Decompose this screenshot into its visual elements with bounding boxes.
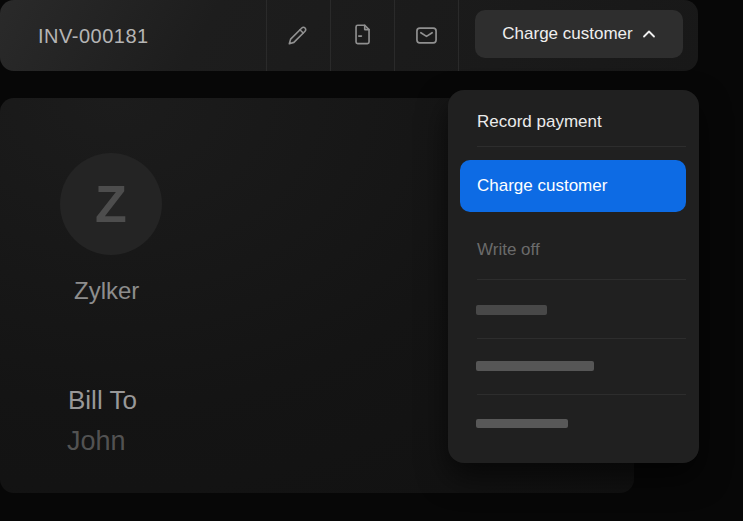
mail-icon [413,22,440,49]
menu-divider [477,146,686,147]
menu-item-charge-customer[interactable]: Charge customer [460,160,686,212]
toolbar-divider [394,0,395,71]
invoice-page: INV-000181 Charge customer [0,0,743,521]
charge-dropdown-menu: Record payment Charge customer Write off [448,90,699,463]
charge-button-label: Charge customer [502,24,632,44]
menu-item-write-off[interactable]: Write off [477,236,677,264]
company-avatar: Z [60,153,162,255]
invoice-number: INV-000181 [38,24,149,48]
menu-divider [477,279,686,280]
menu-divider [477,338,686,339]
chevron-up-icon [642,29,656,39]
toolbar-divider [330,0,331,71]
redacted-menu-item [476,305,547,315]
toolbar-divider [266,0,267,71]
redacted-menu-item [476,361,594,371]
company-name: Zylker [74,276,139,306]
bill-to-name: John [67,424,126,458]
toolbar-divider [458,0,459,71]
redacted-menu-item [476,419,568,428]
document-icon [349,22,375,48]
edit-invoice-button[interactable] [276,13,320,57]
pencil-icon [285,22,311,48]
charge-customer-dropdown-button[interactable]: Charge customer [475,10,683,58]
invoice-topbar: INV-000181 Charge customer [0,0,698,71]
company-initial: Z [95,178,127,230]
menu-item-record-payment[interactable]: Record payment [477,108,677,136]
menu-divider [477,394,686,395]
document-button[interactable] [340,13,384,57]
bill-to-label: Bill To [68,384,137,416]
send-email-button[interactable] [404,13,448,57]
